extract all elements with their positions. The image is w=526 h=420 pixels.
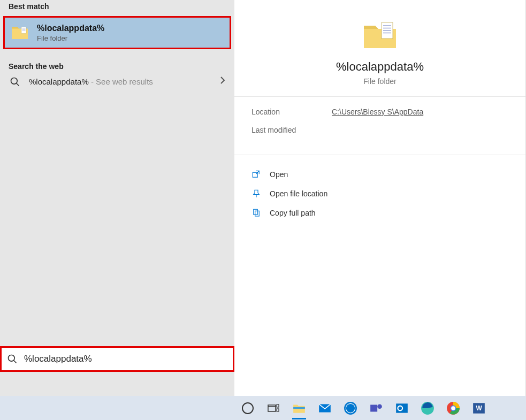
chevron-right-icon — [219, 76, 226, 87]
open-label: Open — [270, 170, 288, 179]
chrome-button[interactable] — [445, 400, 461, 416]
preview-panel: %localappdata% File folder Location C:\U… — [234, 0, 526, 396]
edge-icon — [421, 401, 434, 415]
open-external-icon — [251, 170, 261, 179]
best-match-subtitle: File folder — [37, 34, 104, 42]
location-label: Location — [251, 108, 305, 116]
search-bar[interactable] — [0, 346, 234, 372]
svg-rect-24 — [370, 404, 377, 411]
open-location-action[interactable]: Open file location — [249, 184, 510, 203]
preview-title: %localappdata% — [234, 60, 525, 74]
best-match-header: Best match — [0, 0, 234, 11]
teams-icon — [369, 401, 383, 415]
edge-button[interactable] — [420, 400, 436, 416]
folder-icon — [361, 16, 399, 55]
taskbar: W — [0, 396, 526, 420]
outlook-icon — [395, 401, 409, 415]
chrome-icon — [446, 401, 460, 415]
file-explorer-button[interactable] — [291, 400, 307, 416]
svg-point-31 — [451, 406, 455, 410]
folder-icon — [10, 23, 29, 42]
copy-path-label: Copy full path — [270, 209, 316, 217]
file-explorer-icon — [292, 401, 306, 415]
open-location-label: Open file location — [270, 189, 327, 198]
svg-point-4 — [11, 78, 18, 84]
copy-path-action[interactable]: Copy full path — [249, 203, 510, 223]
cortana-icon — [242, 402, 254, 414]
svg-rect-15 — [255, 211, 260, 216]
svg-rect-20 — [293, 407, 305, 408]
preview-subtitle: File folder — [234, 77, 525, 86]
svg-rect-16 — [268, 405, 276, 411]
web-result-text: %localappdata% - See web results — [29, 77, 211, 86]
best-match-title: %localappdata% — [37, 24, 104, 33]
cortana-button[interactable] — [240, 400, 256, 416]
svg-rect-14 — [254, 209, 258, 215]
svg-point-6 — [9, 355, 15, 362]
word-button[interactable]: W — [471, 400, 487, 416]
search-icon — [7, 354, 18, 364]
svg-text:W: W — [476, 404, 482, 412]
svg-rect-19 — [277, 409, 279, 411]
search-icon — [10, 77, 20, 87]
mail-button[interactable] — [317, 400, 333, 416]
search-web-header: Search the web — [0, 60, 234, 71]
dell-button[interactable] — [342, 400, 359, 416]
search-input[interactable] — [23, 353, 227, 365]
word-icon: W — [472, 401, 486, 415]
teams-button[interactable] — [368, 400, 384, 416]
svg-line-5 — [17, 83, 19, 86]
svg-line-7 — [14, 361, 17, 363]
svg-point-25 — [377, 404, 382, 409]
location-link[interactable]: C:\Users\Blessy S\AppData — [332, 108, 423, 116]
open-action[interactable]: Open — [249, 165, 510, 184]
svg-rect-18 — [277, 404, 279, 407]
copy-icon — [251, 208, 261, 218]
last-modified-label: Last modified — [251, 126, 305, 134]
mail-icon — [318, 401, 332, 415]
outlook-button[interactable] — [394, 400, 410, 416]
pin-icon — [251, 189, 261, 198]
dell-icon — [344, 401, 357, 415]
search-results-panel: Best match %localappdata% File folder Se… — [0, 0, 234, 396]
web-result[interactable]: %localappdata% - See web results — [0, 71, 234, 93]
svg-rect-0 — [21, 27, 26, 34]
task-view-button[interactable] — [265, 400, 281, 416]
best-match-result[interactable]: %localappdata% File folder — [3, 16, 231, 49]
task-view-icon — [267, 402, 280, 415]
